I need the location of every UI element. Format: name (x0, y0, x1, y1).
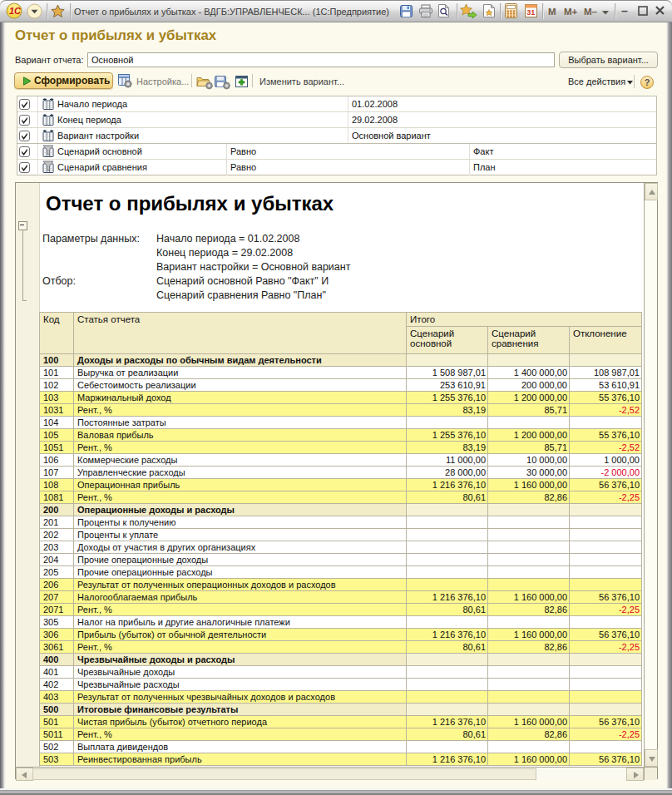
svg-text:1С: 1С (9, 6, 22, 16)
svg-text:31: 31 (526, 8, 535, 17)
